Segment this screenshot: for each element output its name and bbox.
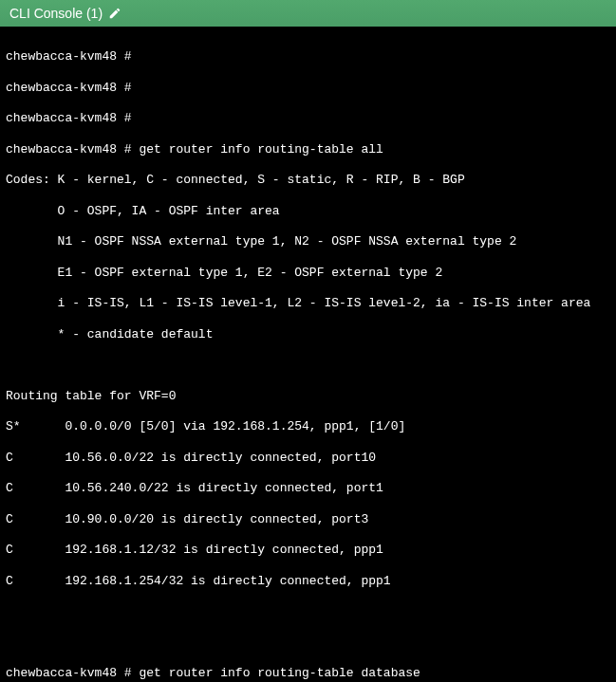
blank-line	[6, 636, 610, 651]
codes-line: * - candidate default	[6, 327, 610, 342]
pencil-icon[interactable]	[108, 7, 121, 20]
route-line: S* 0.0.0.0/0 [5/0] via 192.168.1.254, pp…	[6, 419, 610, 434]
codes-line: i - IS-IS, L1 - IS-IS level-1, L2 - IS-I…	[6, 296, 610, 311]
codes-line: N1 - OSPF NSSA external type 1, N2 - OSP…	[6, 234, 610, 249]
prompt-line: chewbacca-kvm48 #	[6, 49, 610, 65]
routing-table-header: Routing table for VRF=0	[6, 389, 610, 404]
console-title: CLI Console (1)	[9, 6, 103, 21]
route-line: C 192.168.1.12/32 is directly connected,…	[6, 543, 610, 558]
route-line: C 192.168.1.254/32 is directly connected…	[6, 574, 610, 589]
route-line: C 10.56.0.0/22 is directly connected, po…	[6, 451, 610, 466]
prompt-line: chewbacca-kvm48 # get router info routin…	[6, 142, 610, 157]
route-line: C 10.90.0.0/20 is directly connected, po…	[6, 512, 610, 527]
codes-line: E1 - OSPF external type 1, E2 - OSPF ext…	[6, 266, 610, 281]
blank-line	[6, 604, 610, 619]
prompt-line: chewbacca-kvm48 # get router info routin…	[6, 666, 610, 681]
console-header: CLI Console (1)	[0, 0, 616, 27]
route-line: C 10.56.240.0/22 is directly connected, …	[6, 481, 610, 496]
header-title-group: CLI Console (1)	[9, 6, 121, 21]
prompt-line: chewbacca-kvm48 #	[6, 111, 610, 126]
prompt-line: chewbacca-kvm48 #	[6, 81, 610, 96]
codes-line: O - OSPF, IA - OSPF inter area	[6, 204, 610, 219]
codes-line: Codes: K - kernel, C - connected, S - st…	[6, 173, 610, 188]
terminal-body[interactable]: chewbacca-kvm48 # chewbacca-kvm48 # chew…	[0, 27, 616, 682]
blank-line	[6, 358, 610, 373]
